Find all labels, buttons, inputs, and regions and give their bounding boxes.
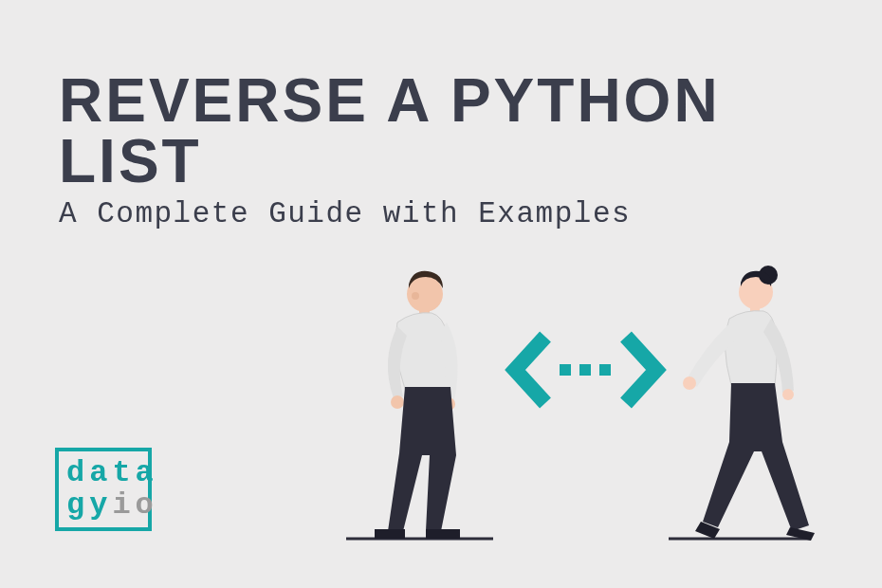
person-left	[375, 271, 460, 539]
page-subtitle: A Complete Guide with Examples	[59, 197, 882, 230]
logo-text-data: data	[66, 455, 158, 490]
title-block: Reverse a Python List A Complete Guide w…	[59, 70, 882, 230]
illustration-two-people	[337, 266, 868, 550]
chevron-right-icon	[626, 337, 656, 403]
logo-line-2: gyio	[66, 489, 148, 522]
chevron-left-icon	[515, 337, 545, 403]
dot-icon-2	[579, 364, 591, 376]
svg-point-4	[391, 395, 404, 409]
people-facing-svg	[337, 266, 868, 550]
dot-icon-3	[599, 364, 611, 376]
page-title: Reverse a Python List	[59, 70, 882, 192]
svg-point-1	[412, 292, 419, 300]
dot-icon-1	[560, 364, 571, 376]
svg-point-8	[782, 389, 794, 400]
datagy-logo: data gyio	[55, 448, 152, 531]
person-right	[683, 266, 815, 541]
logo-text-io: io	[112, 487, 157, 523]
logo-text-gy: gy	[66, 487, 112, 523]
logo-line-1: data	[66, 457, 148, 489]
svg-point-9	[683, 377, 696, 390]
